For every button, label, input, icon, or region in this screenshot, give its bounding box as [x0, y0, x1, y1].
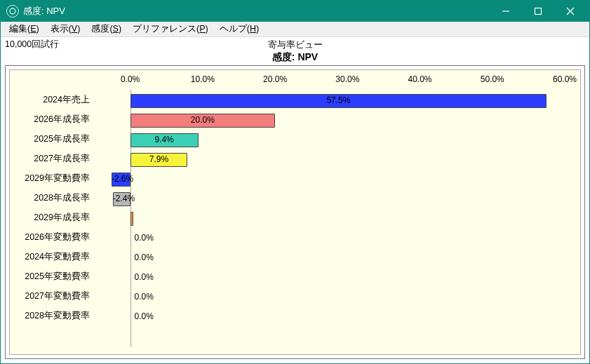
- app-window: 感度: NPV 編集(E)表示(V)感度(S)プリファレンス(P)ヘルプ(H) …: [0, 0, 590, 364]
- x-tick-label: 30.0%: [335, 74, 359, 84]
- y-category-label: 2027年成長率: [10, 153, 94, 165]
- menu-p[interactable]: プリファレンス(P): [127, 22, 214, 36]
- chart-bar-label: -2.6%: [112, 174, 130, 184]
- client-area: 10,000回試行 寄与率ビュー 感度: NPV 0.0%10.0%20.0%3…: [1, 37, 589, 363]
- y-category-label: 2025年成長率: [10, 133, 94, 145]
- chart-bar-label: 9.4%: [130, 135, 199, 144]
- chart-bar-label: 57.5%: [130, 95, 547, 105]
- close-button[interactable]: [554, 1, 586, 22]
- x-tick-label: 60.0%: [553, 74, 577, 84]
- x-tick-label: 10.0%: [191, 74, 215, 84]
- menu-e[interactable]: 編集(E): [4, 22, 45, 36]
- chart-bar-label: 0.0%: [135, 311, 154, 321]
- y-category-label: 2024年変動費率: [10, 251, 94, 263]
- trials-count: 10,000回試行: [5, 39, 59, 50]
- maximize-button[interactable]: [522, 1, 554, 22]
- y-category-label: 2026年成長率: [10, 114, 94, 126]
- title-bar[interactable]: 感度: NPV: [1, 1, 589, 22]
- menu-h[interactable]: ヘルプ(H): [214, 22, 264, 36]
- y-category-label: 2028年成長率: [10, 192, 94, 204]
- maximize-icon: [534, 7, 542, 15]
- menu-bar: 編集(E)表示(V)感度(S)プリファレンス(P)ヘルプ(H): [1, 22, 589, 37]
- chart-bar-label: 0.0%: [135, 252, 154, 262]
- y-category-label: 2025年変動費率: [10, 271, 94, 283]
- chart-bar-label: 0.0%: [135, 292, 154, 302]
- close-icon: [566, 7, 575, 15]
- minimize-icon: [502, 7, 510, 15]
- menu-v[interactable]: 表示(V): [45, 22, 86, 36]
- app-icon: [6, 5, 19, 18]
- chart-subtitle: 寄与率ビュー: [4, 39, 586, 51]
- y-category-label: 2024年売上: [10, 94, 94, 106]
- chart-bar-label: 7.9%: [130, 154, 188, 164]
- y-category-label: 2029年変動費率: [10, 173, 94, 184]
- chart-title: 感度: NPV: [4, 51, 586, 64]
- x-tick-label: 0.0%: [121, 74, 140, 84]
- chart-plot-bg: 0.0%10.0%20.0%30.0%40.0%50.0%60.0%2024年売…: [9, 69, 581, 355]
- svg-point-0: [10, 8, 15, 14]
- chart-bar-label: 0.0%: [135, 233, 154, 243]
- chart-bar: [130, 212, 133, 226]
- y-category-label: 2029年成長率: [10, 212, 94, 224]
- x-tick-label: 40.0%: [408, 74, 432, 84]
- x-tick-label: 20.0%: [263, 74, 287, 84]
- menu-s[interactable]: 感度(S): [86, 22, 127, 36]
- x-tick-label: 50.0%: [481, 74, 504, 84]
- y-category-label: 2028年変動費率: [10, 310, 94, 322]
- chart-frame-outer: 0.0%10.0%20.0%30.0%40.0%50.0%60.0%2024年売…: [5, 65, 585, 359]
- y-category-label: 2026年変動費率: [10, 231, 94, 243]
- window-title: 感度: NPV: [23, 5, 65, 18]
- chart-bar-label: 0.0%: [135, 272, 154, 282]
- y-category-label: 2027年変動費率: [10, 290, 94, 302]
- chart-bar-label: 20.0%: [130, 115, 275, 125]
- chart-plot-area: 0.0%10.0%20.0%30.0%40.0%50.0%60.0%2024年売…: [94, 90, 565, 347]
- minimize-button[interactable]: [490, 1, 522, 22]
- chart-bar-label: -2.4%: [113, 194, 130, 203]
- svg-rect-2: [535, 8, 542, 15]
